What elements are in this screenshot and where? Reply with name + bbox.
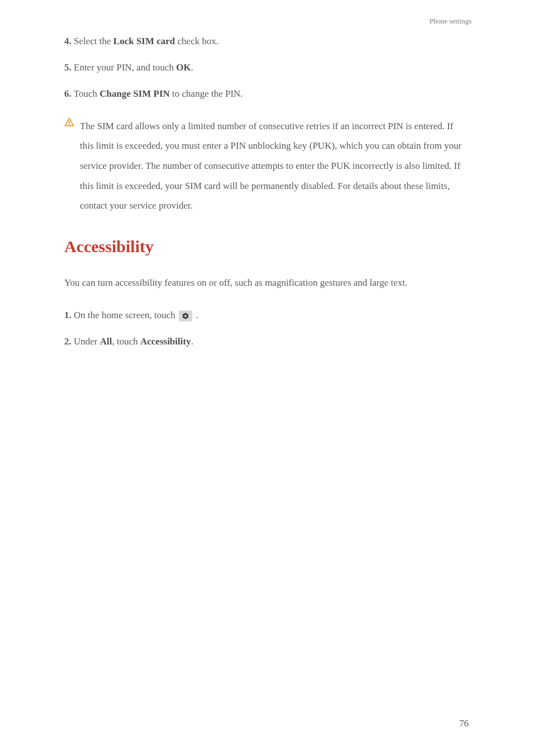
svg-point-1 [69,124,70,125]
step-text-mid: , touch [112,336,140,347]
step-number: 2. [64,336,72,347]
step-bold: All [100,336,112,347]
accessibility-step-1: 1. On the home screen, touch . [64,308,469,323]
accessibility-intro: You can turn accessibility features on o… [64,273,469,293]
step-text-after: . [191,336,193,347]
step-text-after: . [196,310,198,320]
settings-icon-wrapper [179,310,192,322]
step-number: 4. [64,36,72,46]
step-text-before: On the home screen, touch [74,310,178,320]
step-bold: OK [176,62,191,73]
step-bold: Lock SIM card [113,36,175,46]
step-text-before: Touch [74,88,100,99]
warning-icon [64,117,74,127]
step-text-after: check box. [175,36,218,46]
step-6: 6. Touch Change SIM PIN to change the PI… [64,86,469,101]
step-text-before: Under [74,336,100,347]
page-content: 4. Select the Lock SIM card check box. 5… [0,0,533,349]
step-4: 4. Select the Lock SIM card check box. [64,34,469,49]
step-text-before: Enter your PIN, and touch [74,62,176,73]
step-number: 6. [64,88,72,99]
warning-text: The SIM card allows only a limited numbe… [80,116,469,216]
header-section-label: Phone settings [430,17,472,26]
warning-block: The SIM card allows only a limited numbe… [64,116,469,216]
step-text-after: to change the PIN. [170,88,243,99]
step-5: 5. Enter your PIN, and touch OK. [64,60,469,75]
step-number: 1. [64,310,72,320]
accessibility-heading: Accessibility [64,237,469,256]
step-bold: Change SIM PIN [99,88,170,99]
warning-icon-wrapper [64,116,80,216]
accessibility-step-2: 2. Under All, touch Accessibility. [64,334,469,349]
step-text-after: . [191,62,193,73]
page-number: 76 [459,718,469,729]
step-bold: Accessibility [140,336,191,347]
step-number: 5. [64,62,72,73]
settings-icon [182,312,189,320]
step-text-before: Select the [74,36,113,46]
